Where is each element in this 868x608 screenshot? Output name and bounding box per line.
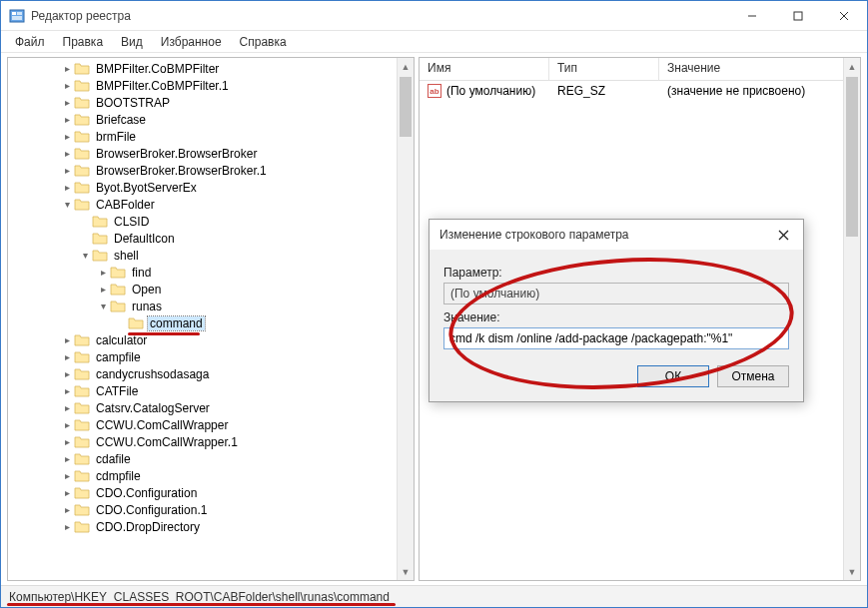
tree-item[interactable]: ▸Catsrv.CatalogServer <box>8 399 414 416</box>
tree-label: BMPFilter.CoBMPFilter <box>94 62 221 76</box>
tree-label: cdmpfile <box>94 469 143 483</box>
values-scrollbar[interactable]: ▲ ▼ <box>843 58 860 580</box>
tree-item[interactable]: ▸BOOTSTRAP <box>8 94 414 111</box>
folder-icon <box>74 486 90 500</box>
value-name: (По умолчанию) <box>446 84 535 98</box>
expander-icon[interactable]: ▸ <box>60 131 74 142</box>
tree-label: CDO.Configuration <box>94 486 199 500</box>
expander-icon[interactable]: ▸ <box>96 267 110 278</box>
expander-icon[interactable]: · <box>78 233 92 244</box>
tree-item[interactable]: ▸BMPFilter.CoBMPFilter <box>8 60 414 77</box>
svg-rect-5 <box>794 12 802 20</box>
tree-item[interactable]: ▾shell <box>8 247 414 264</box>
tree-item[interactable]: ▾CABFolder <box>8 196 414 213</box>
scroll-down-icon[interactable]: ▼ <box>398 563 414 580</box>
tree-item[interactable]: ▾runas <box>8 298 414 314</box>
minimize-button[interactable] <box>729 1 775 31</box>
expander-icon[interactable]: ▸ <box>60 97 74 108</box>
tree-item[interactable]: ▸Byot.ByotServerEx <box>8 179 414 196</box>
folder-icon <box>74 367 90 381</box>
expander-icon[interactable]: ▾ <box>60 199 74 210</box>
folder-icon <box>74 96 90 110</box>
tree-item[interactable]: ▸cdmpfile <box>8 467 414 484</box>
string-value-icon: ab <box>428 84 441 98</box>
tree-label: BOOTSTRAP <box>94 96 172 110</box>
value-input[interactable] <box>443 327 789 349</box>
param-label: Параметр: <box>443 266 789 280</box>
expander-icon[interactable]: ▸ <box>60 436 74 447</box>
tree-item[interactable]: ·CLSID <box>8 213 414 230</box>
tree-item[interactable]: ▸CATFile <box>8 382 414 399</box>
tree-item[interactable]: ▸cdafile <box>8 450 414 467</box>
expander-icon[interactable]: ▸ <box>60 487 74 498</box>
expander-icon[interactable]: ▸ <box>60 351 74 362</box>
tree-view[interactable]: ▸BMPFilter.CoBMPFilter▸BMPFilter.CoBMPFi… <box>8 58 414 580</box>
scroll-down-icon[interactable]: ▼ <box>844 563 860 580</box>
tree-item[interactable]: ▸BMPFilter.CoBMPFilter.1 <box>8 77 414 94</box>
expander-icon[interactable]: · <box>114 317 128 328</box>
menu-view[interactable]: Вид <box>113 33 151 51</box>
list-row-default[interactable]: ab (По умолчанию) REG_SZ (значение не пр… <box>420 81 860 101</box>
tree-label: command <box>148 316 205 330</box>
expander-icon[interactable]: ▸ <box>60 402 74 413</box>
expander-icon[interactable]: ▸ <box>60 334 74 345</box>
expander-icon[interactable]: ▸ <box>60 148 74 159</box>
tree-item[interactable]: ▸BrowserBroker.BrowserBroker <box>8 145 414 162</box>
tree-item[interactable]: ▸CCWU.ComCallWrapper <box>8 416 414 433</box>
folder-icon <box>74 384 90 398</box>
menu-help[interactable]: Справка <box>232 33 295 51</box>
expander-icon[interactable]: · <box>78 216 92 227</box>
tree-item[interactable]: ▸CDO.Configuration.1 <box>8 501 414 518</box>
expander-icon[interactable]: ▸ <box>60 80 74 91</box>
column-data[interactable]: Значение <box>659 58 860 80</box>
tree-label: BrowserBroker.BrowserBroker.1 <box>94 164 269 178</box>
expander-icon[interactable]: ▸ <box>60 114 74 125</box>
expander-icon[interactable]: ▾ <box>78 250 92 261</box>
menu-favorites[interactable]: Избранное <box>153 33 230 51</box>
expander-icon[interactable]: ▸ <box>60 63 74 74</box>
scroll-up-icon[interactable]: ▲ <box>844 58 860 75</box>
tree-item[interactable]: ▸CCWU.ComCallWrapper.1 <box>8 433 414 450</box>
scroll-thumb[interactable] <box>846 77 858 237</box>
tree-item[interactable]: ▸CDO.Configuration <box>8 484 414 501</box>
tree-label: CLSID <box>112 215 151 229</box>
tree-item[interactable]: ·command <box>8 314 414 331</box>
tree-scrollbar[interactable]: ▲ ▼ <box>397 58 414 580</box>
expander-icon[interactable]: ▸ <box>60 165 74 176</box>
expander-icon[interactable]: ▾ <box>96 301 110 311</box>
dialog-close-button[interactable] <box>763 220 803 250</box>
scroll-up-icon[interactable]: ▲ <box>398 58 414 75</box>
column-name[interactable]: Имя <box>420 58 549 80</box>
expander-icon[interactable]: ▸ <box>60 504 74 515</box>
column-type[interactable]: Тип <box>549 58 659 80</box>
folder-icon <box>74 503 90 517</box>
tree-item[interactable]: ▸Briefcase <box>8 111 414 128</box>
expander-icon[interactable]: ▸ <box>60 385 74 396</box>
tree-item[interactable]: ▸calculator <box>8 331 414 348</box>
close-button[interactable] <box>821 1 867 31</box>
tree-label: Catsrv.CatalogServer <box>94 401 212 415</box>
expander-icon[interactable]: ▸ <box>60 368 74 379</box>
expander-icon[interactable]: ▸ <box>60 453 74 464</box>
tree-item[interactable]: ▸campfile <box>8 348 414 365</box>
tree-item[interactable]: ▸brmFile <box>8 128 414 145</box>
tree-item[interactable]: ▸find <box>8 264 414 281</box>
folder-icon <box>74 130 90 144</box>
menu-edit[interactable]: Правка <box>55 33 112 51</box>
scroll-thumb[interactable] <box>400 77 412 137</box>
menu-file[interactable]: Файл <box>7 33 53 51</box>
expander-icon[interactable]: ▸ <box>60 470 74 481</box>
tree-item[interactable]: ·DefaultIcon <box>8 230 414 247</box>
ok-button[interactable]: ОК <box>637 365 709 387</box>
expander-icon[interactable]: ▸ <box>96 284 110 295</box>
cancel-button[interactable]: Отмена <box>717 365 789 387</box>
tree-item[interactable]: ▸Open <box>8 281 414 298</box>
expander-icon[interactable]: ▸ <box>60 182 74 193</box>
value-data: (значение не присвоено) <box>659 84 860 98</box>
expander-icon[interactable]: ▸ <box>60 419 74 430</box>
expander-icon[interactable]: ▸ <box>60 521 74 532</box>
tree-item[interactable]: ▸CDO.DropDirectory <box>8 518 414 535</box>
tree-item[interactable]: ▸BrowserBroker.BrowserBroker.1 <box>8 162 414 179</box>
maximize-button[interactable] <box>775 1 821 31</box>
tree-item[interactable]: ▸candycrushsodasaga <box>8 365 414 382</box>
